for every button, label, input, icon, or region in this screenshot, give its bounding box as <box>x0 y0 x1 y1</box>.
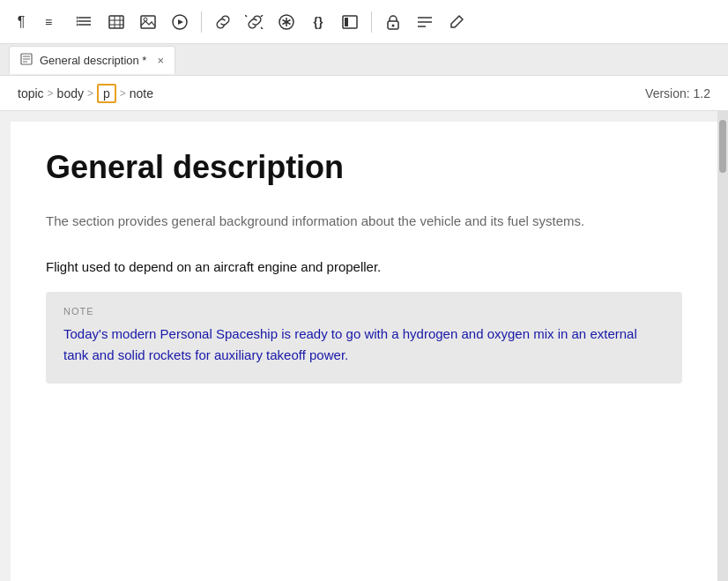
breadcrumb-bar: topic > body > p > note Version: 1.2 <box>0 76 728 111</box>
document-title: General description <box>46 148 682 186</box>
breadcrumb-body[interactable]: body <box>57 86 84 101</box>
breadcrumb-note[interactable]: note <box>130 86 153 101</box>
svg-point-6 <box>77 23 78 26</box>
svg-point-5 <box>77 19 78 22</box>
list-detail-icon[interactable] <box>412 10 437 34</box>
callout-icon[interactable] <box>338 10 362 34</box>
svg-marker-15 <box>178 19 183 25</box>
breadcrumb-topic[interactable]: topic <box>18 86 44 101</box>
numbered-list-icon[interactable]: ≡ <box>41 10 65 34</box>
breadcrumb-sep-1: > <box>48 87 54 100</box>
tab-close-button[interactable]: × <box>157 54 164 67</box>
svg-point-4 <box>77 16 78 19</box>
svg-point-26 <box>392 24 395 26</box>
content-area: General description The section provides… <box>0 111 728 581</box>
svg-line-17 <box>261 27 263 29</box>
bullet-list-icon[interactable] <box>72 10 97 34</box>
scrollbar[interactable] <box>717 111 728 581</box>
svg-rect-24 <box>345 18 348 26</box>
note-box: NOTE Today's modern Personal Spaceship i… <box>46 292 682 384</box>
svg-line-16 <box>261 15 263 17</box>
paragraph-icon[interactable]: ¶ <box>9 10 33 34</box>
asterisk-icon[interactable] <box>274 10 299 34</box>
editor-pane[interactable]: General description The section provides… <box>11 122 717 581</box>
breadcrumb-sep-3: > <box>120 87 126 100</box>
breadcrumb-sep-2: > <box>87 87 93 100</box>
svg-rect-12 <box>141 16 155 28</box>
breadcrumb-p[interactable]: p <box>97 84 116 103</box>
link-icon[interactable] <box>211 10 235 34</box>
note-text: Today's modern Personal Spaceship is rea… <box>63 324 665 366</box>
lock-icon[interactable] <box>381 10 405 34</box>
separator-1 <box>201 11 202 33</box>
tab-doc-icon <box>20 53 33 68</box>
separator-2 <box>371 11 372 33</box>
edit-icon[interactable] <box>444 10 469 34</box>
scrollbar-thumb[interactable] <box>719 120 726 173</box>
code-icon[interactable]: {} <box>306 10 331 34</box>
toolbar: ¶ ≡ <box>0 0 728 44</box>
table-icon[interactable] <box>104 10 129 34</box>
unlink-icon[interactable] <box>242 10 267 34</box>
play-icon[interactable] <box>167 10 192 34</box>
svg-text:≡: ≡ <box>45 15 52 29</box>
general-description-tab[interactable]: General description * × <box>9 46 175 74</box>
tab-label: General description * <box>40 54 146 67</box>
svg-line-18 <box>245 15 247 17</box>
svg-rect-7 <box>109 16 123 28</box>
tabbar: General description * × <box>0 44 728 76</box>
document-paragraph: Flight used to depend on an aircraft eng… <box>46 257 682 278</box>
version-label: Version: 1.2 <box>645 86 710 101</box>
note-label: NOTE <box>63 306 665 317</box>
document-body: The section provides general background … <box>46 211 682 232</box>
image-icon[interactable] <box>136 10 160 34</box>
breadcrumb: topic > body > p > note <box>18 84 153 103</box>
